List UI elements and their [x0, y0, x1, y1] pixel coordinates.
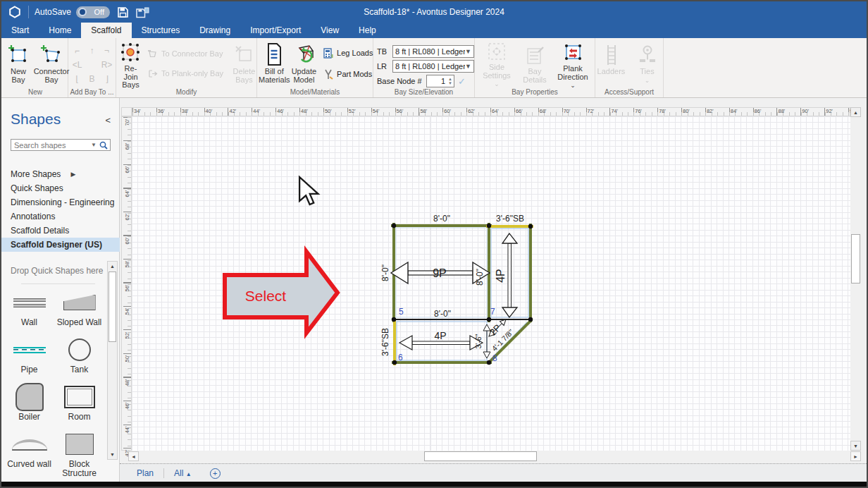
select-annotation-label: Select [245, 288, 287, 304]
add-bay-direction-grid: ⌐↑¬<LR>⌊B⌋ [70, 44, 114, 86]
stencil-divider [21, 283, 95, 284]
shape-stencil-boiler[interactable]: Boiler [4, 384, 54, 422]
v-ruler-label: 52' [124, 330, 130, 340]
sidebar-item-quick-shapes[interactable]: Quick Shapes [1, 181, 120, 195]
lr-label: LR [377, 62, 392, 71]
tab-view[interactable]: View [311, 23, 349, 38]
canvas-scroll-down-icon[interactable]: ▼ [850, 441, 861, 451]
tab-start[interactable]: Start [1, 23, 39, 38]
tb-combo[interactable]: 8 ft | RL080 | Ledger ...▼ [392, 45, 474, 58]
lr-combo-caret-icon: ▼ [465, 63, 471, 70]
shape-search-placeholder: Search shapes [11, 141, 89, 150]
sidebar-item-dimensioning-engineering[interactable]: Dimensioning - Engineering [1, 195, 120, 209]
connector-bay-button[interactable]: ConnectorBay [35, 41, 68, 86]
shape-stencil-pipe[interactable]: Pipe [4, 337, 54, 374]
canvas-scroll-left-icon[interactable]: ◄ [128, 451, 139, 461]
leg-loads-button[interactable]: Leg Loads [321, 46, 376, 60]
group-label-modify: Modify [116, 88, 256, 96]
save-as-icon[interactable] [136, 6, 149, 18]
base-node-spin-arrows-icon[interactable]: ▲▼ [447, 77, 454, 85]
v-ruler-label: 66' [124, 165, 130, 175]
shape-stencil-wall[interactable]: Wall [4, 290, 54, 327]
ladders-button[interactable]: Ladders [595, 41, 627, 86]
to-connector-bay-button[interactable]: To Connector Bay [144, 47, 226, 61]
autosave-toggle[interactable]: Off [76, 6, 110, 18]
tab-scaffold[interactable]: Scaffold [81, 23, 131, 38]
base-node-apply-icon[interactable]: ✓ [458, 76, 466, 87]
tab-structures[interactable]: Structures [132, 23, 190, 38]
side-settings-caret-icon: ⌄ [494, 80, 500, 87]
sidebar-scrollbar[interactable]: ▲ ▼ [107, 261, 118, 460]
delete-bays-button[interactable]: DeleteBays [232, 41, 256, 86]
drawing-page[interactable]: 8'-0" 3'-6"SB 8'-0" 8'-0" 8'-0" 3'-6"SB … [132, 116, 850, 451]
search-icon[interactable] [99, 140, 108, 150]
canvas-vscroll-thumb[interactable] [851, 234, 860, 283]
shape-stencil-tank[interactable]: Tank [54, 337, 104, 374]
new-bay-button[interactable]: NewBay [3, 41, 34, 86]
add-page-button[interactable]: + [210, 468, 221, 479]
tb-combo-caret-icon: ▼ [465, 48, 471, 55]
select-annotation-arrow[interactable]: Select [225, 252, 337, 333]
to-plank-only-bay-button[interactable]: To Plank-only Bay [144, 66, 226, 80]
base-node-spinner[interactable]: 1 ▲▼ [426, 75, 454, 87]
down-left-corner-icon[interactable]: ⌊ [70, 72, 85, 85]
app-logo-icon[interactable] [7, 5, 23, 19]
sidebar-scroll-down-icon[interactable]: ▼ [108, 450, 117, 459]
base-node-label: Base Node # [377, 77, 426, 85]
part-mods-button[interactable]: Part Mods [321, 67, 376, 81]
left-arrow-icon[interactable]: <L [70, 58, 85, 71]
lr-combo[interactable]: 8 ft | RL080 | Ledger ...▼ [392, 60, 474, 73]
shape-stencil-curved-wall[interactable]: Curved wall [4, 432, 54, 478]
window-title: Scaffold-18* - Avontus Designer 2024 [1, 1, 867, 23]
plank-direction-button[interactable]: PlankDirection ⌄ [557, 41, 589, 86]
tab-import-export[interactable]: Import/Export [240, 23, 311, 38]
shape-stencil-sloped-wall[interactable]: Sloped Wall [54, 290, 104, 327]
mouse-cursor-icon [299, 177, 318, 205]
v-ruler-label: 46' [124, 401, 130, 411]
sidebar-item-scaffold-designer-us-[interactable]: Scaffold Designer (US) [1, 238, 120, 252]
shape-label: Block Structure [54, 460, 104, 478]
up-arrow-icon[interactable]: ↑ [85, 44, 99, 57]
tab-drawing[interactable]: Drawing [190, 23, 240, 38]
shape-stencil-block-structure[interactable]: Block Structure [54, 432, 104, 478]
canvas-scroll-up-icon[interactable]: ▲ [850, 107, 861, 117]
h-ruler-label: 92' [826, 108, 833, 114]
sidebar-scroll-up-icon[interactable]: ▲ [108, 262, 117, 271]
tab-home[interactable]: Home [39, 23, 81, 38]
window-bottom-edge [1, 482, 867, 487]
panel-collapse-icon[interactable]: < [105, 115, 111, 126]
shape-label: Tank [70, 365, 88, 374]
save-icon[interactable] [117, 6, 129, 18]
group-label-bay-properties: Bay Properties [475, 88, 595, 96]
new-bay-label: New [11, 67, 26, 75]
h-ruler-label: 54' [373, 108, 380, 114]
ruler-corner [121, 107, 132, 116]
up-left-corner-icon[interactable]: ⌐ [70, 44, 85, 57]
bottom-arrow-icon[interactable]: B [85, 72, 99, 85]
canvas-hscrollbar[interactable]: ◄ ► [128, 451, 861, 462]
update-model-button[interactable]: UpdateModel [292, 41, 316, 86]
shape-search-input[interactable]: Search shapes ▼ [11, 139, 111, 151]
pages-menu-button[interactable]: All ▲ [174, 468, 192, 478]
up-right-corner-icon[interactable]: ¬ [100, 44, 114, 57]
down-right-corner-icon[interactable]: ⌋ [100, 72, 114, 85]
h-ruler-label: 36' [158, 108, 165, 114]
ties-button[interactable]: Ties⌄ [631, 41, 663, 86]
sidebar-scroll-thumb[interactable] [108, 272, 116, 342]
sidebar-item-annotations[interactable]: Annotations [1, 209, 120, 224]
h-ruler-label: 60' [444, 108, 451, 114]
bay-details-button[interactable]: BayDetails [519, 41, 551, 86]
side-settings-button[interactable]: SideSettings ⌄ [480, 41, 513, 86]
tab-help[interactable]: Help [349, 23, 386, 38]
rejoin-bays-button[interactable]: Re-JoinBays [118, 41, 143, 86]
sidebar-item-scaffold-details[interactable]: Scaffold Details [1, 224, 120, 238]
search-caret-icon[interactable]: ▼ [89, 142, 99, 148]
h-ruler-label: 52' [349, 108, 356, 114]
canvas-hscroll-thumb[interactable] [424, 451, 537, 461]
sidebar-item-more-shapes[interactable]: More Shapes▶ [1, 167, 120, 181]
right-arrow-icon[interactable]: R> [100, 58, 114, 71]
page-tab-plan[interactable]: Plan [137, 468, 154, 478]
canvas-scroll-right-icon[interactable]: ► [850, 451, 861, 461]
bill-of-materials-button[interactable]: Bill ofMaterials [259, 41, 290, 86]
shape-stencil-room[interactable]: Room [54, 384, 104, 422]
